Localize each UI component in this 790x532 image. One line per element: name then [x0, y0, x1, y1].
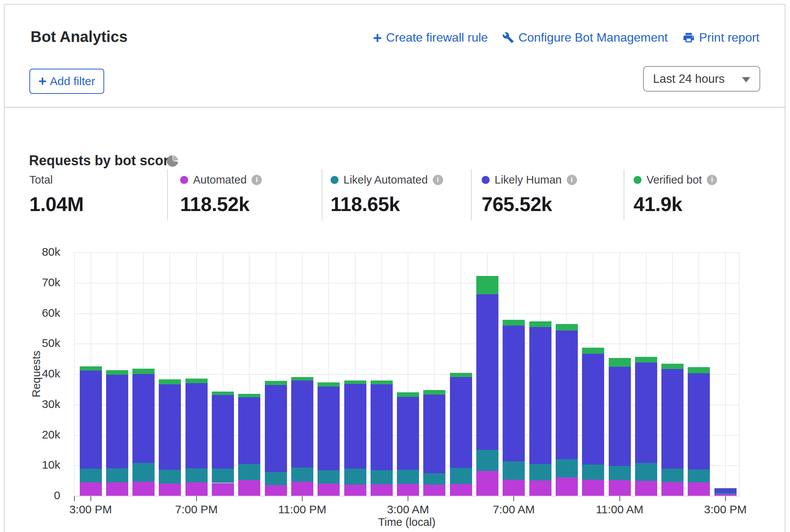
bar-segment[interactable] — [688, 367, 710, 373]
bar-segment[interactable] — [344, 485, 366, 496]
bar-segment[interactable] — [265, 381, 287, 385]
bar-segment[interactable] — [582, 354, 604, 464]
bar-segment[interactable] — [132, 463, 155, 482]
bar-segment[interactable] — [450, 468, 472, 484]
bar-segment[interactable] — [265, 385, 287, 472]
bar-segment[interactable] — [106, 468, 128, 482]
bar-segment[interactable] — [529, 464, 551, 480]
bar-segment[interactable] — [688, 373, 710, 470]
info-icon[interactable]: i — [567, 175, 577, 185]
add-filter-button[interactable]: + Add filter — [29, 69, 104, 94]
bar-segment[interactable] — [476, 294, 498, 450]
bar-segment[interactable] — [714, 488, 737, 493]
bar-segment[interactable] — [423, 390, 445, 395]
bar-segment[interactable] — [397, 397, 419, 470]
bar-segment[interactable] — [450, 377, 472, 468]
bar-segment[interactable] — [661, 369, 684, 469]
bar-segment[interactable] — [476, 471, 498, 496]
bar-segment[interactable] — [212, 483, 234, 496]
bar-segment[interactable] — [318, 382, 340, 387]
bar-segment[interactable] — [582, 348, 604, 353]
bar-segment[interactable] — [265, 472, 287, 485]
bar-segment[interactable] — [318, 470, 340, 484]
bar-segment[interactable] — [238, 394, 260, 397]
bar-segment[interactable] — [688, 469, 710, 482]
time-range-dropdown[interactable]: Last 24 hours — [643, 66, 760, 92]
info-icon[interactable]: i — [707, 175, 717, 185]
bar-segment[interactable] — [423, 395, 445, 473]
bar-segment[interactable] — [635, 363, 657, 463]
create-firewall-rule-link[interactable]: + Create firewall rule — [373, 31, 488, 45]
bar-segment[interactable] — [397, 392, 419, 397]
bar-segment[interactable] — [609, 367, 631, 466]
bar-segment[interactable] — [265, 485, 287, 496]
bar-segment[interactable] — [371, 384, 393, 470]
bar-segment[interactable] — [503, 320, 525, 326]
bar-segment[interactable] — [159, 470, 181, 484]
bar-segment[interactable] — [106, 370, 128, 375]
bar-segment[interactable] — [529, 480, 551, 496]
bar-segment[interactable] — [159, 384, 181, 470]
bar-segment[interactable] — [714, 488, 737, 488]
bar-segment[interactable] — [80, 469, 102, 482]
bar-segment[interactable] — [318, 484, 340, 496]
bar-segment[interactable] — [238, 464, 260, 480]
bar-segment[interactable] — [238, 397, 260, 464]
bar-segment[interactable] — [476, 450, 498, 471]
info-icon[interactable]: i — [252, 175, 262, 185]
bar-segment[interactable] — [529, 321, 551, 327]
bar-segment[interactable] — [556, 330, 578, 459]
bar-segment[interactable] — [132, 374, 155, 463]
bar-segment[interactable] — [291, 468, 313, 482]
bar-segment[interactable] — [106, 482, 128, 496]
bar-segment[interactable] — [714, 494, 737, 496]
bar-segment[interactable] — [450, 373, 472, 377]
bar-segment[interactable] — [106, 375, 128, 468]
bar-segment[interactable] — [80, 371, 102, 469]
bar-segment[interactable] — [582, 480, 604, 496]
bar-segment[interactable] — [661, 469, 684, 482]
info-icon[interactable]: i — [433, 175, 443, 185]
bar-segment[interactable] — [609, 466, 631, 480]
bar-segment[interactable] — [635, 463, 657, 481]
bar-segment[interactable] — [476, 276, 498, 294]
bar-segment[interactable] — [238, 480, 260, 496]
bar-segment[interactable] — [132, 369, 155, 374]
bar-segment[interactable] — [318, 387, 340, 470]
bar-segment[interactable] — [661, 364, 684, 369]
bar-segment[interactable] — [371, 380, 393, 384]
bar-segment[interactable] — [423, 485, 445, 496]
bar-segment[interactable] — [212, 392, 234, 395]
bar-segment[interactable] — [80, 482, 102, 496]
bar-segment[interactable] — [371, 470, 393, 484]
bar-segment[interactable] — [503, 326, 525, 461]
bar-segment[interactable] — [635, 481, 657, 496]
bar-segment[interactable] — [185, 379, 208, 383]
bar-segment[interactable] — [688, 482, 710, 496]
bar-segment[interactable] — [450, 484, 472, 496]
print-report-link[interactable]: Print report — [682, 31, 759, 45]
bar-segment[interactable] — [185, 482, 208, 496]
bar-segment[interactable] — [291, 482, 313, 496]
configure-bot-management-link[interactable]: Configure Bot Management — [502, 31, 667, 45]
bar-segment[interactable] — [423, 473, 445, 485]
bar-segment[interactable] — [397, 470, 419, 484]
bar-segment[interactable] — [556, 477, 578, 496]
bar-segment[interactable] — [529, 327, 551, 464]
bar-segment[interactable] — [185, 468, 208, 482]
bar-segment[interactable] — [212, 395, 234, 469]
bar-segment[interactable] — [556, 324, 578, 330]
bar-segment[interactable] — [132, 482, 155, 496]
bar-segment[interactable] — [609, 358, 631, 367]
bar-segment[interactable] — [397, 484, 419, 496]
bar-segment[interactable] — [80, 366, 102, 371]
bar-segment[interactable] — [503, 480, 525, 496]
bar-segment[interactable] — [582, 464, 604, 480]
bar-segment[interactable] — [371, 484, 393, 496]
bar-segment[interactable] — [185, 383, 208, 468]
bar-segment[interactable] — [344, 380, 366, 384]
bar-segment[interactable] — [661, 482, 684, 496]
bar-segment[interactable] — [159, 484, 181, 496]
bar-segment[interactable] — [609, 480, 631, 496]
bar-segment[interactable] — [556, 459, 578, 477]
